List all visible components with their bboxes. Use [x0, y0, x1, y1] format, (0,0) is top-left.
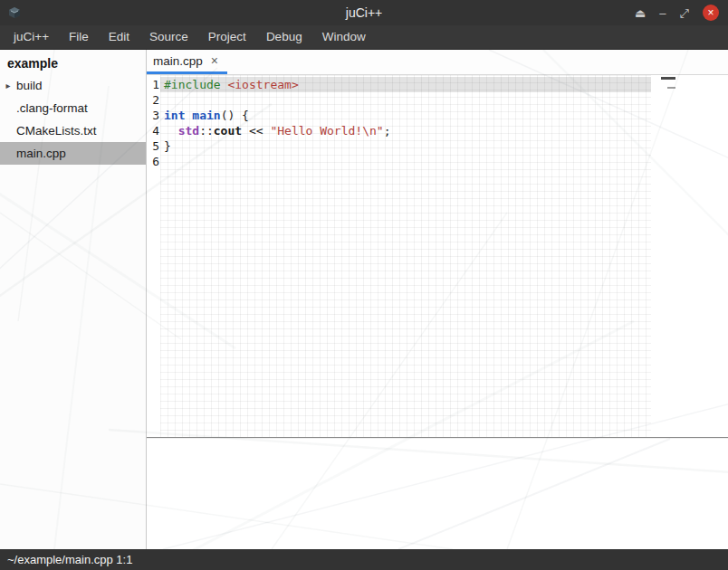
statusbar: ~/example/main.cpp 1:1 [0, 549, 728, 570]
tree-item-label: main.cpp [16, 147, 66, 160]
code-line-2[interactable] [160, 92, 651, 108]
tab-main-cpp[interactable]: main.cpp × [147, 50, 227, 74]
menu-debug[interactable]: Debug [256, 25, 312, 49]
titlebar: juCi++ ⏏ – ⤢ × [0, 0, 728, 25]
overview-mark [661, 77, 675, 80]
menu-window[interactable]: Window [312, 25, 376, 49]
tab-label: main.cpp [153, 54, 203, 68]
code-line-4[interactable]: std::cout << "Hello World!\n"; [160, 123, 651, 138]
project-root-label: example [0, 50, 146, 74]
menubar: juCi++FileEditSourceProjectDebugWindow [0, 25, 728, 50]
tree-item-cmakelists-txt[interactable]: CMakeLists.txt [0, 119, 146, 142]
code-token: } [164, 139, 171, 153]
code-line-5[interactable]: } [160, 138, 651, 154]
window-title: juCi++ [346, 5, 382, 20]
code-token: () { [221, 109, 249, 122]
tree-item-label: .clang-format [16, 101, 88, 115]
tree-item-label: build [16, 79, 43, 92]
code-line-6[interactable] [160, 154, 651, 169]
line-number: 6 [147, 154, 159, 169]
output-panel[interactable] [147, 439, 728, 549]
code-token: << [242, 124, 270, 138]
content-area: example ▸build.clang-formatCMakeLists.tx… [0, 50, 728, 549]
tree-item-clang-format[interactable]: .clang-format [0, 97, 146, 119]
tree-item-label: CMakeLists.txt [16, 124, 97, 138]
close-button[interactable]: × [703, 5, 719, 21]
code-token: "Hello World!\n" [270, 124, 383, 138]
code-token: std [178, 124, 199, 138]
menu-file[interactable]: File [59, 25, 99, 49]
line-number: 3 [147, 108, 159, 123]
tree-item-main-cpp[interactable]: main.cpp [0, 142, 146, 165]
line-number: 2 [147, 92, 159, 108]
restore-button[interactable]: ⤢ [680, 7, 689, 19]
eject-button[interactable]: ⏏ [635, 7, 646, 19]
code-token: :: [199, 124, 214, 138]
tab-close-icon[interactable]: × [211, 54, 218, 67]
app-logo-icon [7, 5, 22, 20]
tree-item-build[interactable]: ▸build [0, 74, 146, 97]
tabbar: main.cpp × [147, 50, 728, 75]
menu-juci[interactable]: juCi++ [4, 25, 59, 49]
line-number-gutter: 123456 [147, 75, 159, 437]
code-token [164, 124, 178, 138]
code-line-1[interactable]: #include <iostream> [160, 77, 651, 92]
code-token: #include [164, 78, 221, 91]
expander-icon[interactable]: ▸ [0, 81, 16, 90]
file-tree: example ▸build.clang-formatCMakeLists.tx… [0, 50, 147, 549]
file-tree-items: ▸build.clang-formatCMakeLists.txtmain.cp… [0, 74, 146, 165]
code-token: <iostream> [227, 78, 298, 91]
code-area[interactable]: #include <iostream>int main() { std::cou… [160, 75, 651, 437]
line-number: 1 [147, 77, 159, 92]
statusbar-text: ~/example/main.cpp 1:1 [7, 553, 132, 566]
window-controls: ⏏ – ⤢ × [635, 5, 719, 21]
minimize-button[interactable]: – [659, 7, 666, 19]
app-window: juCi++ ⏏ – ⤢ × juCi++FileEditSourceProje… [0, 0, 728, 570]
code-token: ; [384, 124, 391, 138]
line-number: 5 [147, 138, 159, 154]
scroll-overview[interactable] [657, 77, 675, 89]
menu-project[interactable]: Project [198, 25, 256, 49]
code-editor[interactable]: 123456 #include <iostream>int main() { s… [147, 75, 728, 437]
code-token: main [192, 109, 220, 122]
overview-mark [667, 87, 675, 89]
line-number: 4 [147, 123, 159, 138]
code-line-3[interactable]: int main() { [160, 108, 651, 123]
code-token: int [164, 109, 185, 122]
code-token: cout [214, 124, 242, 138]
menu-edit[interactable]: Edit [99, 25, 139, 49]
menu-source[interactable]: Source [139, 25, 198, 49]
main-area: main.cpp × 123456 #include <iostream>int… [147, 50, 728, 549]
